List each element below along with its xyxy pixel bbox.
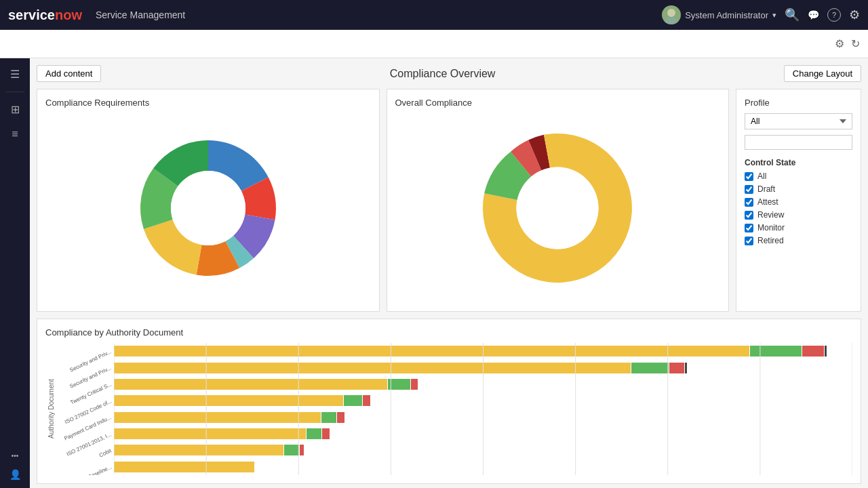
add-content-button[interactable]: Add content [37, 65, 101, 82]
sidebar-list-icon[interactable]: ≡ [7, 124, 22, 144]
checkbox-all-label[interactable]: All [757, 171, 766, 181]
bar-row-3 [114, 379, 852, 390]
bar-row-7 [114, 445, 852, 455]
checkbox-monitor-input[interactable] [745, 224, 753, 232]
bar-red-3 [411, 379, 418, 390]
sidebar-more-icon[interactable]: ••• [7, 448, 23, 464]
bar-label-8: Baseline... [87, 464, 113, 475]
help-icon[interactable]: ? [827, 8, 841, 22]
svg-point-1 [665, 17, 678, 24]
bar-cap-2 [685, 363, 687, 373]
checkbox-draft-input[interactable] [745, 185, 753, 194]
user-chevron-icon: ▾ [772, 11, 776, 20]
compliance-requirements-panel: Compliance Requirements [37, 89, 380, 312]
top-navigation: servicenow Service Management System Adm… [0, 0, 868, 30]
page-title: Compliance Overview [390, 68, 496, 80]
checkbox-retired-label[interactable]: Retired [757, 236, 784, 245]
bar-red-6 [322, 428, 330, 439]
bar-chart-area: Authority Document Security and Priv... … [45, 343, 852, 475]
overall-compliance-chart [395, 113, 721, 303]
checkbox-retired-input[interactable] [745, 237, 753, 245]
refresh-toolbar-icon[interactable]: ↻ [851, 37, 860, 50]
toolbar-icons: ⚙ ↻ [835, 37, 860, 50]
change-layout-button[interactable]: Change Layout [784, 65, 861, 82]
bar-red-2 [669, 363, 684, 373]
checkbox-attest-input[interactable] [745, 198, 753, 207]
bar-labels: Security and Priv... Security and Priv..… [56, 343, 114, 475]
bar-chart-panel: Compliance by Authority Document Authori… [37, 319, 861, 484]
checkbox-review: Review [745, 210, 852, 220]
bar-red-1 [802, 346, 825, 357]
bar-row-2 [114, 363, 852, 373]
content-area: Add content Compliance Overview Change L… [30, 58, 868, 488]
bar-yellow-3 [114, 379, 387, 390]
bar-green-1 [750, 346, 802, 357]
checkbox-retired: Retired [745, 236, 852, 245]
svg-point-2 [171, 171, 245, 245]
bar-chart-title: Compliance by Authority Document [45, 327, 852, 338]
nav-left: servicenow Service Management [8, 7, 185, 23]
sidebar-user-icon[interactable]: 👤 [7, 466, 24, 483]
checkbox-review-input[interactable] [745, 211, 753, 220]
bar-yellow-1 [114, 346, 749, 357]
bar-green-6 [307, 428, 321, 439]
bar-yellow-7 [114, 445, 283, 455]
bars-container [114, 343, 852, 475]
nav-title: Service Management [96, 9, 185, 20]
compliance-requirements-chart [45, 113, 371, 303]
bar-yellow-2 [114, 363, 631, 373]
checkbox-draft: Draft [745, 184, 852, 194]
left-sidebar: ☰ ⊞ ≡ ••• 👤 [0, 58, 30, 488]
checkbox-monitor-label[interactable]: Monitor [757, 223, 785, 232]
compliance-requirements-title: Compliance Requirements [45, 98, 371, 108]
profile-select[interactable]: All [745, 113, 852, 129]
svg-point-0 [667, 9, 675, 17]
settings-toolbar-icon[interactable]: ⚙ [835, 37, 844, 50]
overall-compliance-panel: Overall Compliance [387, 89, 730, 312]
settings-icon[interactable]: ⚙ [849, 7, 860, 22]
checkbox-attest: Attest [745, 197, 852, 207]
bar-row-8 [114, 462, 852, 472]
bar-label-7: Cobit [98, 447, 113, 458]
charts-row: Compliance Requirements [37, 89, 861, 312]
checkbox-all: All [745, 171, 852, 181]
main-layout: ☰ ⊞ ≡ ••• 👤 Add content Compliance Overv… [0, 58, 868, 488]
search-icon[interactable]: 🔍 [785, 7, 800, 22]
bar-green-3 [388, 379, 410, 390]
profile-search-input[interactable] [745, 135, 852, 150]
bar-red-5 [337, 412, 344, 423]
avatar [662, 5, 681, 24]
donut-chart-1 [127, 127, 290, 289]
sidebar-filter-icon[interactable]: ☰ [6, 64, 24, 85]
checkbox-attest-label[interactable]: Attest [757, 197, 778, 207]
logo-service: service [8, 7, 55, 22]
bar-yellow-8 [114, 462, 254, 472]
chat-icon[interactable]: 💬 [808, 9, 819, 20]
page-header: Add content Compliance Overview Change L… [37, 65, 861, 82]
bar-cap-1 [825, 346, 827, 357]
bar-row-5 [114, 412, 852, 423]
profile-panel: Profile All Control State All Draft Atte… [736, 89, 861, 312]
bar-green-7 [284, 445, 299, 455]
sidebar-grid-icon[interactable]: ⊞ [7, 99, 24, 120]
bar-yellow-5 [114, 412, 321, 423]
username: System Administrator [685, 10, 768, 20]
logo-now: now [55, 7, 82, 22]
bar-row-6 [114, 428, 852, 439]
checkbox-all-input[interactable] [745, 172, 753, 181]
servicenow-logo[interactable]: servicenow [8, 7, 82, 23]
bar-row-4 [114, 395, 852, 406]
user-info[interactable]: System Administrator ▾ [662, 5, 776, 24]
bar-row-1 [114, 346, 852, 357]
donut-chart-2 [469, 120, 646, 296]
checkbox-review-label[interactable]: Review [757, 210, 784, 220]
overall-compliance-title: Overall Compliance [395, 98, 721, 108]
sidebar-divider [5, 92, 24, 92]
control-state-title: Control State [745, 158, 852, 167]
second-toolbar: ⚙ ↻ [0, 30, 868, 58]
bar-red-4 [363, 395, 370, 406]
logo-text: servicenow [8, 7, 82, 23]
checkbox-draft-label[interactable]: Draft [757, 184, 775, 194]
bar-yellow-6 [114, 428, 306, 439]
nav-right: System Administrator ▾ 🔍 💬 ? ⚙ [662, 5, 860, 24]
